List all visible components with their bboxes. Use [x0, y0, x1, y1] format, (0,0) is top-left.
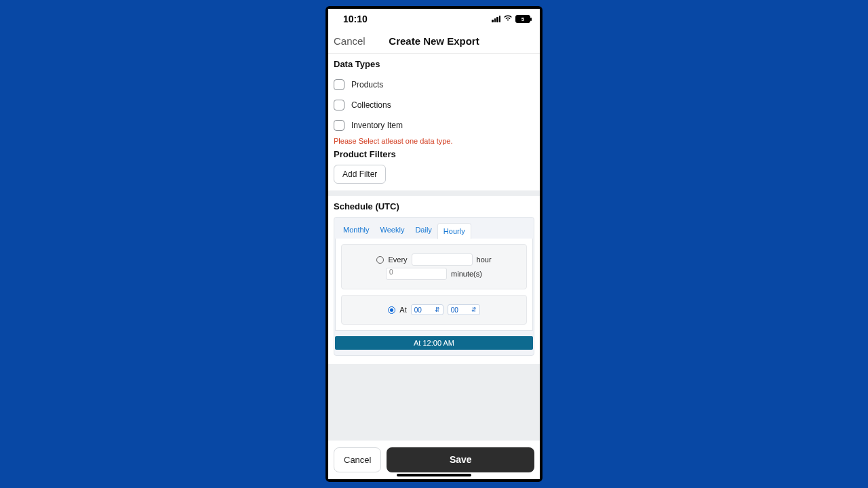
- add-filter-button[interactable]: Add Filter: [334, 165, 386, 184]
- schedule-tabs: Monthly Weekly Daily Hourly: [335, 218, 533, 239]
- schedule-title: Schedule (UTC): [334, 201, 534, 211]
- schedule-tab-body: Every hour 0 minute(s): [335, 239, 533, 331]
- every-hour-input[interactable]: [412, 253, 473, 266]
- schedule-box: Monthly Weekly Daily Hourly Every hour: [334, 217, 534, 356]
- radio-every[interactable]: [376, 256, 384, 264]
- nav-header: Cancel Create New Export: [328, 29, 540, 54]
- cancel-button[interactable]: Cancel: [334, 447, 381, 472]
- at-minute-select[interactable]: 00 ⇵: [448, 304, 480, 315]
- at-label: At: [399, 306, 406, 314]
- status-time: 10:10: [343, 14, 368, 24]
- status-bar: 10:10 5: [328, 9, 540, 29]
- checkbox-icon[interactable]: [334, 120, 344, 131]
- at-hour-select[interactable]: 00 ⇵: [411, 304, 443, 315]
- checkbox-row-products[interactable]: Products: [334, 75, 534, 95]
- save-button[interactable]: Save: [387, 447, 534, 472]
- data-types-error: Please Select atleast one data type.: [334, 137, 534, 145]
- checkbox-label: Collections: [351, 100, 391, 110]
- phone-screen: 10:10 5 Cancel Create New Export Data Ty…: [328, 9, 540, 479]
- tab-hourly[interactable]: Hourly: [437, 223, 471, 239]
- tab-daily[interactable]: Daily: [410, 222, 437, 239]
- data-types-card: Data Types Products Collections Inventor…: [328, 54, 540, 190]
- at-option-card: At 00 ⇵ 00 ⇵: [341, 295, 527, 325]
- checkbox-row-collections[interactable]: Collections: [334, 95, 534, 115]
- chevron-updown-icon: ⇵: [471, 306, 477, 313]
- chevron-updown-icon: ⇵: [435, 306, 440, 313]
- battery-icon: 5: [515, 15, 530, 23]
- phone-frame: 10:10 5 Cancel Create New Export Data Ty…: [326, 6, 542, 482]
- every-minutes-unit: minute(s): [451, 270, 482, 278]
- every-option-card: Every hour 0 minute(s): [341, 244, 527, 289]
- checkbox-label: Inventory Item: [351, 121, 403, 130]
- status-right: 5: [492, 14, 530, 24]
- nav-cancel-button[interactable]: Cancel: [328, 35, 366, 47]
- at-hour-value: 00: [414, 306, 422, 314]
- wifi-icon: [503, 14, 513, 24]
- every-unit: hour: [477, 256, 492, 264]
- checkbox-label: Products: [351, 80, 383, 89]
- checkbox-row-inventory[interactable]: Inventory Item: [334, 115, 534, 136]
- content-scroll: Data Types Products Collections Inventor…: [328, 54, 540, 440]
- home-indicator: [397, 474, 471, 476]
- radio-at[interactable]: [388, 306, 395, 314]
- data-types-title: Data Types: [334, 59, 534, 69]
- every-minutes-input[interactable]: 0: [386, 268, 447, 280]
- tab-weekly[interactable]: Weekly: [375, 222, 410, 239]
- schedule-summary: At 12:00 AM: [335, 336, 533, 350]
- cellular-icon: [492, 16, 500, 22]
- tab-monthly[interactable]: Monthly: [338, 222, 375, 239]
- schedule-card: Schedule (UTC) Monthly Weekly Daily Hour…: [328, 196, 540, 364]
- at-minute-value: 00: [451, 306, 458, 314]
- every-label: Every: [388, 256, 407, 264]
- checkbox-icon[interactable]: [334, 100, 344, 110]
- checkbox-icon[interactable]: [334, 79, 344, 90]
- product-filters-title: Product Filters: [334, 149, 534, 159]
